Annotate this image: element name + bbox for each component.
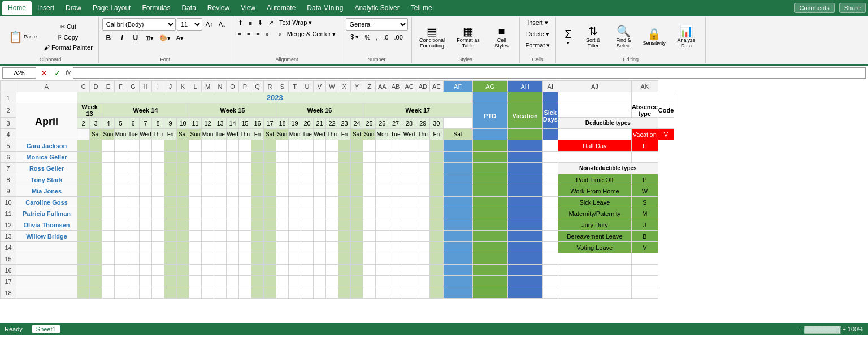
sensitivity-button[interactable]: 🔒 Sensitivity — [640, 26, 669, 47]
employee-willow[interactable]: Willow Bridge — [16, 231, 77, 242]
e10-sick[interactable] — [507, 242, 542, 253]
e10-d15[interactable] — [251, 242, 264, 253]
dn-fri3[interactable]: Fri — [338, 129, 351, 140]
e1-d21[interactable] — [326, 140, 338, 152]
analyze-data-button[interactable]: 📊 Analyze Data — [671, 23, 702, 50]
e1-vac[interactable] — [472, 140, 507, 152]
e1-d13[interactable] — [227, 140, 239, 152]
sum-button[interactable]: Σ ▾ — [559, 26, 576, 47]
day-7[interactable]: 7 — [140, 118, 152, 129]
e3-d17[interactable] — [276, 163, 289, 174]
e7-d7[interactable] — [152, 208, 164, 219]
col-header-AK[interactable]: AK — [631, 81, 658, 92]
e7-d24[interactable] — [363, 208, 376, 219]
e9-d6[interactable] — [140, 231, 152, 242]
e8-d23[interactable] — [351, 219, 363, 231]
e7-d14[interactable] — [239, 208, 251, 219]
e3-d14[interactable] — [239, 163, 251, 174]
e2-d2[interactable] — [90, 152, 102, 163]
e5-d2[interactable] — [90, 185, 102, 197]
legend-halfday-code[interactable]: H — [631, 140, 658, 152]
legend-sick-type[interactable]: Sick Leave — [558, 197, 631, 208]
e6-d20[interactable] — [314, 197, 326, 208]
e8-d7[interactable] — [152, 219, 164, 231]
tab-insert[interactable]: Insert — [32, 1, 60, 15]
dn-wed1[interactable]: Wed — [140, 129, 152, 140]
e6-d3[interactable] — [102, 197, 115, 208]
e2-d5[interactable] — [127, 152, 140, 163]
e3-d19[interactable] — [301, 163, 314, 174]
e5-d4[interactable] — [115, 185, 127, 197]
e9-d20[interactable] — [314, 231, 326, 242]
e1-d2[interactable] — [90, 140, 102, 152]
col-header-W[interactable]: W — [326, 81, 338, 92]
e7-d19[interactable] — [301, 208, 314, 219]
e9-d13[interactable] — [227, 231, 239, 242]
day-9[interactable]: 9 — [164, 118, 177, 129]
cell-AI2[interactable] — [558, 103, 631, 118]
col-header-A[interactable]: A — [16, 81, 77, 92]
e10-d19[interactable] — [301, 242, 314, 253]
merge-center-button[interactable]: Merge & Center ▾ — [285, 29, 338, 39]
e2-d11[interactable] — [202, 152, 214, 163]
e7-d22[interactable] — [338, 208, 351, 219]
e2-d6[interactable] — [140, 152, 152, 163]
dn-sun2[interactable]: Sun — [189, 129, 202, 140]
day-10[interactable]: 10 — [177, 118, 189, 129]
e6-d12[interactable] — [214, 197, 227, 208]
col-header-E[interactable]: E — [102, 81, 115, 92]
e10-d3[interactable] — [102, 242, 115, 253]
e7-d11[interactable] — [202, 208, 214, 219]
e3-d5[interactable] — [127, 163, 140, 174]
e2-d23[interactable] — [351, 152, 363, 163]
e4-d18[interactable] — [289, 174, 301, 185]
dn-sat2[interactable]: Sat — [177, 129, 189, 140]
e6-d1[interactable] — [77, 197, 90, 208]
e7-d27[interactable] — [402, 208, 416, 219]
e1-d26[interactable] — [389, 140, 402, 152]
col-header-R[interactable]: R — [264, 81, 276, 92]
cell-week14[interactable]: Week 14 — [102, 103, 189, 118]
dn-wed3[interactable]: Wed — [314, 129, 326, 140]
e2-d3[interactable] — [102, 152, 115, 163]
e2-d19[interactable] — [301, 152, 314, 163]
cell-AI4[interactable] — [558, 129, 631, 140]
legend-pto-code[interactable]: P — [631, 174, 658, 185]
legend-vacation-code[interactable]: V — [658, 129, 674, 140]
col-header-AA[interactable]: AA — [376, 81, 389, 92]
col-header-J[interactable]: J — [164, 81, 177, 92]
e4-d29[interactable] — [429, 174, 443, 185]
e4-d1[interactable] — [77, 174, 90, 185]
e8-d17[interactable] — [276, 219, 289, 231]
e4-d14[interactable] — [239, 174, 251, 185]
day-21[interactable]: 21 — [314, 118, 326, 129]
e1-d1[interactable] — [77, 140, 90, 152]
decrease-font-button[interactable]: A↓ — [216, 20, 228, 29]
tab-page-layout[interactable]: Page Layout — [87, 1, 136, 15]
e1-d19[interactable] — [301, 140, 314, 152]
e8-d28[interactable] — [416, 219, 429, 231]
e10-d29[interactable] — [429, 242, 443, 253]
cell-A14[interactable] — [16, 242, 77, 253]
e7-vac[interactable] — [472, 208, 507, 219]
e5-gap[interactable] — [542, 185, 558, 197]
e5-d28[interactable] — [416, 185, 429, 197]
cell-reference-box[interactable] — [2, 67, 36, 79]
employee-caroline[interactable]: Caroline Goss — [16, 197, 77, 208]
e3-d29[interactable] — [429, 163, 443, 174]
e9-d22[interactable] — [338, 231, 351, 242]
e7-d13[interactable] — [227, 208, 239, 219]
e3-d4[interactable] — [115, 163, 127, 174]
e6-d16[interactable] — [264, 197, 276, 208]
e4-d5[interactable] — [127, 174, 140, 185]
col-header-K[interactable]: K — [177, 81, 189, 92]
e2-d14[interactable] — [239, 152, 251, 163]
italic-button[interactable]: I — [116, 32, 128, 44]
e8-d1[interactable] — [77, 219, 90, 231]
e7-d2[interactable] — [90, 208, 102, 219]
day-3[interactable]: 3 — [90, 118, 102, 129]
e4-d4[interactable] — [115, 174, 127, 185]
e7-d29[interactable] — [429, 208, 443, 219]
col-header-AI[interactable]: AI — [542, 81, 558, 92]
employee-mia[interactable]: Mia Jones — [16, 185, 77, 197]
